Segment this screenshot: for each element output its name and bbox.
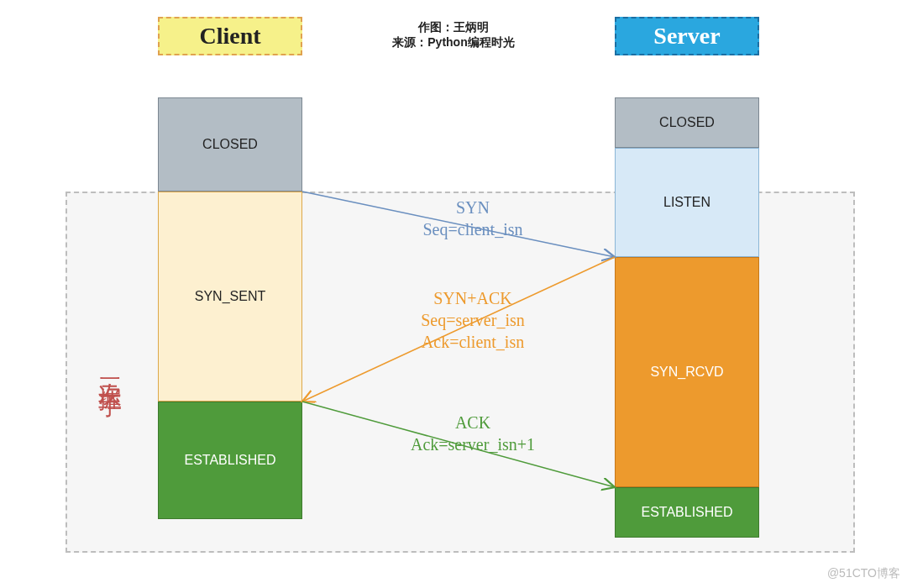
client-state-established: ESTABLISHED [158, 402, 302, 519]
server-state-listen: LISTEN [615, 148, 759, 257]
watermark: @51CTO博客 [827, 566, 900, 581]
credit-line1: 作图：王炳明 [361, 20, 546, 35]
client-state-closed: CLOSED [158, 97, 302, 192]
server-state-closed: CLOSED [615, 97, 759, 148]
client-state-syn-sent: SYN_SENT [158, 192, 302, 402]
credit-line2: 来源：Python编程时光 [361, 35, 546, 50]
server-header-label: Server [653, 23, 720, 50]
msg-synack: SYN+ACK Seq=server_isn Ack=client_isn [376, 287, 569, 353]
section-label: 三次握手 [92, 277, 126, 462]
server-state-syn-rcvd: SYN_RCVD [615, 257, 759, 487]
diagram-stage: Client Server 作图：王炳明 来源：Python编程时光 三次握手 … [0, 0, 907, 588]
client-header: Client [158, 17, 302, 55]
msg-syn: SYN Seq=client_isn [376, 197, 569, 240]
msg-ack: ACK Ack=server_isn+1 [376, 412, 569, 455]
client-header-label: Client [199, 23, 260, 50]
server-header: Server [615, 17, 759, 55]
server-state-established: ESTABLISHED [615, 487, 759, 538]
credit-block: 作图：王炳明 来源：Python编程时光 [361, 20, 546, 50]
